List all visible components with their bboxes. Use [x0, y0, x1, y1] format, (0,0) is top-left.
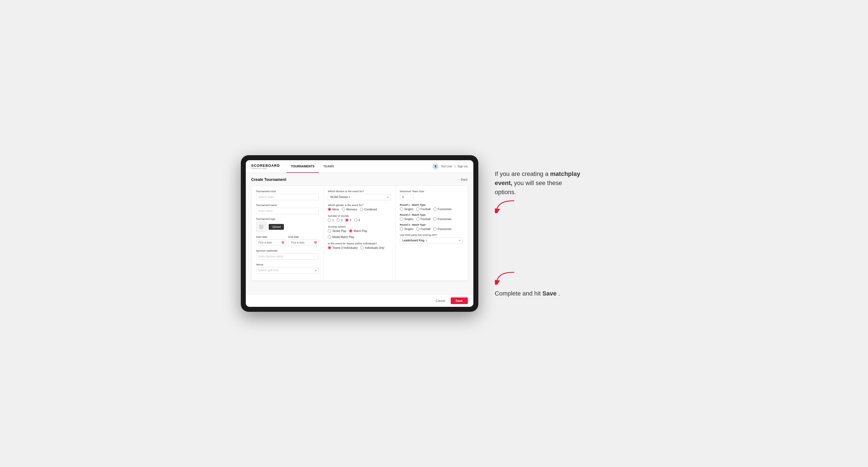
round1-radio-group: Singles Fourball Foursomes: [400, 208, 463, 211]
rounds-2-option[interactable]: 2: [337, 218, 343, 222]
logo-placeholder: [256, 221, 267, 232]
round3-fourball-option[interactable]: Fourball: [416, 227, 431, 230]
round1-foursomes-option[interactable]: Foursomes: [433, 208, 452, 211]
annotations: If you are creating a matchplay event, y…: [495, 169, 627, 298]
scoring-stroke-radio[interactable]: [328, 229, 331, 232]
round1-match-type: Round 1 - Match Type Singles Fourball Fo…: [400, 204, 463, 211]
tournament-host-input[interactable]: [256, 194, 319, 200]
scoring-match-option[interactable]: Match Play: [349, 229, 367, 232]
sponsor-input[interactable]: [256, 253, 319, 259]
round3-singles-radio[interactable]: [400, 227, 403, 230]
tournament-name-label: Tournament name: [256, 204, 319, 207]
gender-mens-option[interactable]: Mens: [328, 208, 339, 211]
round1-singles-option[interactable]: Singles: [400, 208, 413, 211]
middle-column: Which division is the event for? NCAA Di…: [323, 186, 396, 281]
round2-singles-radio[interactable]: [400, 217, 403, 221]
nav-right: 👤 Test User | Sign out: [432, 163, 468, 169]
gender-label: Which gender is the event for?: [328, 204, 391, 207]
round1-foursomes-radio[interactable]: [433, 208, 437, 211]
scoring-field: Scoring system Stroke Play Match Play Me…: [328, 225, 391, 239]
api-label: Use third-party live scoring API?: [400, 234, 463, 237]
division-select[interactable]: NCAA Division I NCAA Division II NCAA Di…: [328, 194, 391, 200]
scoring-match-radio[interactable]: [349, 229, 352, 232]
scoring-radio-group: Stroke Play Match Play Medal Match Play: [328, 229, 391, 239]
scoring-stroke-option[interactable]: Stroke Play: [328, 229, 346, 232]
venue-input[interactable]: [256, 267, 319, 273]
svg-point-1: [260, 226, 261, 226]
save-button[interactable]: Save: [451, 298, 468, 304]
rounds-2-radio[interactable]: [337, 218, 340, 222]
annotation-bottom: Complete and hit Save .: [495, 271, 572, 298]
round1-singles-radio[interactable]: [400, 208, 403, 211]
round1-label: Round 1 - Match Type: [400, 204, 463, 206]
form-grid: Tournament Host Tournament name Tourname…: [251, 186, 468, 281]
round2-radio-group: Singles Fourball Foursomes: [400, 217, 463, 221]
round1-fourball-radio[interactable]: [416, 208, 420, 211]
tournament-name-input[interactable]: [256, 208, 319, 214]
annotation-bottom-text2: .: [558, 290, 560, 297]
gender-womens-radio[interactable]: [342, 208, 345, 211]
form-footer: Cancel Save: [246, 294, 473, 307]
end-date-label: End date: [288, 235, 319, 238]
rounds-1-option[interactable]: 1: [328, 218, 334, 222]
round2-fourball-radio[interactable]: [416, 217, 420, 221]
round2-foursomes-option[interactable]: Foursomes: [433, 217, 452, 221]
content-area: Create Tournament ← Back Tournament Host…: [246, 173, 473, 294]
round3-foursomes-radio[interactable]: [433, 227, 437, 230]
round2-label: Round 2 - Match Type: [400, 214, 463, 216]
logo-subtitle: Powered by clippit: [251, 167, 280, 169]
teams-radio-group: Teams (+Individuals) Individuals Only: [328, 246, 391, 249]
rounds-3-option[interactable]: 3: [345, 218, 351, 222]
start-date-label: Start date: [256, 235, 286, 238]
cancel-button[interactable]: Cancel: [432, 298, 448, 304]
round2-singles-option[interactable]: Singles: [400, 217, 413, 221]
scoring-medal-radio[interactable]: [328, 235, 331, 239]
api-field: Use third-party live scoring API? Leader…: [400, 234, 463, 243]
gender-combined-option[interactable]: Combined: [360, 208, 377, 211]
gender-womens-option[interactable]: Womens: [342, 208, 357, 211]
tab-tournaments[interactable]: TOURNAMENTS: [286, 160, 319, 173]
api-remove-icon[interactable]: ✕: [425, 239, 428, 242]
max-team-size-input[interactable]: [400, 194, 414, 200]
tablet-screen: SCOREBOARD Powered by clippit TOURNAMENT…: [246, 160, 473, 307]
upload-button[interactable]: Upload: [269, 224, 284, 230]
rounds-label: Number of rounds: [328, 214, 391, 217]
rounds-radio-group: 1 2 3 4: [328, 218, 391, 222]
max-team-size-label: Maximum Team Size: [400, 190, 463, 193]
left-column: Tournament Host Tournament name Tourname…: [252, 186, 324, 281]
gender-mens-radio[interactable]: [328, 208, 331, 211]
teams-individuals-option[interactable]: Individuals Only: [361, 246, 384, 249]
round1-fourball-option[interactable]: Fourball: [416, 208, 431, 211]
tournament-host-field: Tournament Host: [256, 190, 319, 200]
venue-field: Venue: [256, 263, 319, 273]
rounds-1-radio[interactable]: [328, 218, 331, 222]
round3-fourball-radio[interactable]: [416, 227, 420, 230]
annotation-top: If you are creating a matchplay event, y…: [495, 169, 583, 216]
tablet-frame: SCOREBOARD Powered by clippit TOURNAMENT…: [241, 155, 478, 312]
gender-combined-radio[interactable]: [360, 208, 363, 211]
end-date-wrapper: 📅: [288, 240, 319, 246]
tab-teams[interactable]: TEAMS: [319, 160, 339, 173]
nav-bar: SCOREBOARD Powered by clippit TOURNAMENT…: [246, 160, 473, 173]
teams-both-option[interactable]: Teams (+Individuals): [328, 246, 358, 249]
annotation-bottom-bold: Save: [542, 290, 556, 297]
round2-fourball-option[interactable]: Fourball: [416, 217, 431, 221]
rounds-4-option[interactable]: 4: [354, 218, 360, 222]
rounds-3-radio[interactable]: [345, 218, 348, 222]
teams-individuals-radio[interactable]: [361, 246, 364, 249]
round3-radio-group: Singles Fourball Foursomes: [400, 227, 463, 230]
back-link[interactable]: ← Back: [457, 178, 468, 181]
scoring-medal-option[interactable]: Medal Match Play: [328, 235, 354, 239]
api-tag: Leaderboard King ✕ ▾: [400, 238, 463, 243]
sign-out-link[interactable]: Sign out: [458, 165, 468, 168]
logo-upload-area: Upload: [256, 221, 319, 232]
round3-singles-option[interactable]: Singles: [400, 227, 413, 230]
sponsor-field: Sponsor (optional): [256, 249, 319, 259]
rounds-4-radio[interactable]: [354, 218, 358, 222]
calendar-icon: 📅: [281, 241, 284, 244]
round3-foursomes-option[interactable]: Foursomes: [433, 227, 452, 230]
round2-foursomes-radio[interactable]: [433, 217, 437, 221]
tournament-logo-label: Tournament logo: [256, 217, 319, 220]
teams-field: Is this event for Teams and/or Individua…: [328, 242, 391, 249]
teams-both-radio[interactable]: [328, 246, 331, 249]
